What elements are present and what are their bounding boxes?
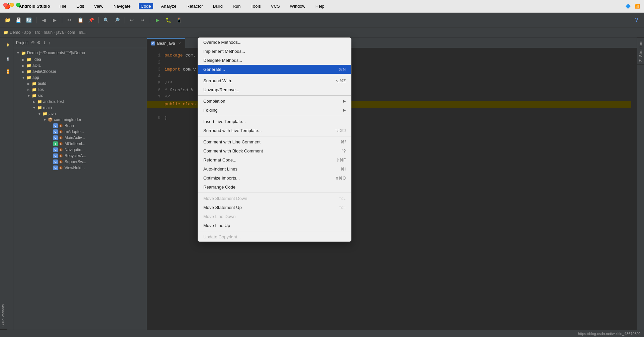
tree-root[interactable]: ▼ 📁 Demo (~/Documents/工作/Demo [13, 49, 147, 57]
close-button[interactable] [3, 3, 8, 7]
minimize-button[interactable] [10, 3, 14, 7]
menu-refactor[interactable]: Refactor [185, 3, 205, 9]
menu-help[interactable]: Help [313, 3, 326, 9]
tree-label-mainactiv: MainActiv... [65, 135, 85, 140]
structure-panel-tab[interactable]: Z: Structure [637, 37, 644, 65]
menu-item-label: Unwrap/Remove... [203, 87, 239, 92]
tree-item-suppersw[interactable]: C b SupperSw... [13, 159, 147, 165]
menu-analyze[interactable]: Analyze [159, 3, 179, 9]
toolbar: 📁 💾 🔄 ◀ ▶ ✂ 📋 📌 🔍 🔎 ↩ ↪ ▶ 🐛 📱 ? [0, 13, 644, 27]
breadcrumb-java[interactable]: java [56, 30, 64, 35]
menu-vcs[interactable]: VCS [269, 3, 282, 9]
menu-view[interactable]: View [92, 3, 105, 9]
menu-implement-methods[interactable]: Implement Methods... [198, 47, 351, 56]
menu-move-line-up[interactable]: Move Line Up [198, 221, 351, 230]
breadcrumb-demo[interactable]: Demo [10, 30, 20, 35]
menu-surround-live-template[interactable]: Surround with Live Template... ⌥⌘J [198, 126, 351, 135]
menu-comment-line[interactable]: Comment with Line Comment ⌘/ [198, 137, 351, 146]
forward-btn[interactable]: ▶ [50, 15, 59, 25]
menu-move-statement-up[interactable]: Move Statement Up ⌥↑ [198, 203, 351, 212]
tree-item-madapte[interactable]: C b mAdapte... [13, 129, 147, 135]
project-collapse-icon[interactable]: ⤓ [43, 40, 46, 45]
debug-btn[interactable]: 🐛 [164, 15, 173, 25]
search-btn[interactable]: 🔍 [101, 15, 111, 25]
menu-run[interactable]: Run [231, 3, 243, 9]
menu-completion[interactable]: Completion ▶ [198, 97, 351, 106]
tree-item-libs[interactable]: ▷ 📁 libs [13, 87, 147, 93]
open-folder-btn[interactable]: 📁 [3, 15, 12, 25]
breadcrumb-src[interactable]: src [35, 30, 40, 35]
menu-delegate-methods[interactable]: Delegate Methods... [198, 56, 351, 65]
tree-item-recyclera[interactable]: C b RecyclerA... [13, 153, 147, 159]
run-btn[interactable]: ▶ [153, 15, 162, 25]
menu-auto-indent[interactable]: Auto-Indent Lines ⌘I [198, 164, 351, 174]
cut-btn[interactable]: ✂ [65, 15, 74, 25]
menu-tools[interactable]: Tools [249, 3, 263, 9]
menu-generate[interactable]: Generate... ⌘N [198, 65, 351, 74]
project-sort-icon[interactable]: ↕ [48, 40, 51, 45]
tree-item-viewhold[interactable]: C b ViewHold... [13, 165, 147, 171]
tree-item-afilechooser[interactable]: ▶ 📁 aFileChooser [13, 69, 147, 75]
menu-navigate[interactable]: Navigate [111, 3, 132, 9]
tree-label-build: build [38, 81, 46, 86]
tree-item-build[interactable]: ▶ 📁 build [13, 81, 147, 87]
tree-arrow-src: ▼ [27, 94, 31, 98]
tree-item-moniteml[interactable]: I b MOnIteml... [13, 141, 147, 147]
tree-arrow-root: ▼ [16, 51, 20, 55]
breadcrumb-com[interactable]: com [68, 30, 75, 35]
menu-edit[interactable]: Edit [75, 3, 86, 9]
project-panel-header: Project ⊕ ⚙ ⤓ ↕ [13, 37, 147, 48]
tree-item-bean[interactable]: C b Bean [13, 123, 147, 129]
replace-btn[interactable]: 🔎 [112, 15, 121, 25]
breadcrumb-mi[interactable]: mi... [79, 30, 87, 35]
menu-build[interactable]: Build [211, 3, 225, 9]
paste-btn[interactable]: 📌 [86, 15, 96, 25]
project-settings-icon[interactable]: ⚙ [37, 40, 41, 45]
tree-label-viewhold: ViewHold... [65, 165, 85, 170]
maximize-button[interactable] [16, 3, 20, 7]
menu-override-methods[interactable]: Override Methods... [198, 38, 351, 47]
undo-btn[interactable]: ↩ [127, 15, 136, 25]
copy-btn[interactable]: 📋 [76, 15, 85, 25]
tree-item-package[interactable]: ▼ 📦 com.mingle.der [13, 117, 147, 123]
menu-reformat-code[interactable]: Reformat Code... ⇧⌘F [198, 155, 351, 164]
menu-comment-block[interactable]: Comment with Block Comment ^? [198, 146, 351, 155]
breadcrumb-main[interactable]: main [44, 30, 52, 35]
back-btn[interactable]: ◀ [39, 15, 48, 25]
menu-item-label: Delegate Methods... [203, 58, 242, 63]
sync-btn[interactable]: 🔄 [24, 15, 33, 25]
menu-folding[interactable]: Folding ▶ [198, 106, 351, 115]
menu-item-label: Comment with Line Comment [203, 139, 260, 144]
menu-unwrap-remove[interactable]: Unwrap/Remove... [198, 85, 351, 94]
folder-icon-root: 📁 [21, 51, 26, 55]
menu-shortcut: ^? [342, 149, 346, 153]
wifi-icon[interactable]: 📶 [635, 4, 640, 9]
menu-code[interactable]: Code [139, 3, 153, 9]
menu-file[interactable]: File [58, 3, 69, 9]
tab-close-icon[interactable]: ✕ [178, 41, 181, 45]
toolbar-separator-1 [36, 17, 36, 23]
save-btn[interactable]: 💾 [13, 15, 23, 25]
help-btn[interactable]: ? [632, 15, 641, 25]
redo-btn[interactable]: ↪ [138, 15, 147, 25]
tree-item-app[interactable]: ▼ 📁 app [13, 75, 147, 81]
tree-item-java[interactable]: ▼ 📁 java [13, 111, 147, 117]
menu-rearrange-code[interactable]: Rearrange Code [198, 183, 351, 192]
build-variants-tab[interactable]: Build Variants [0, 302, 7, 330]
tree-item-androidtest[interactable]: ▶ 📁 androidTest [13, 99, 147, 105]
project-add-icon[interactable]: ⊕ [31, 40, 35, 45]
menu-insert-live-template[interactable]: Insert Live Template... [198, 117, 351, 126]
tab-bean-java[interactable]: C Bean.java ✕ [147, 38, 185, 48]
menu-optimize-imports[interactable]: Optimize Imports... ⇧⌘O [198, 174, 351, 183]
bluetooth-icon[interactable]: 🔷 [625, 4, 631, 9]
tree-item-mainactiv[interactable]: C b MainActiv... [13, 135, 147, 141]
tree-item-idea[interactable]: ▶ 📁 .idea [13, 57, 147, 63]
tree-item-src[interactable]: ▼ 📁 src [13, 93, 147, 99]
tree-item-main[interactable]: ▼ 📁 main [13, 105, 147, 111]
menu-surround-with[interactable]: Surround With... ⌥⌘Z [198, 76, 351, 85]
tree-item-navigatio[interactable]: C b Navigatio... [13, 147, 147, 153]
device-btn[interactable]: 📱 [174, 15, 184, 25]
breadcrumb-app[interactable]: app [24, 30, 31, 35]
tree-item-adil[interactable]: ▶ 📁 aDIL [13, 63, 147, 69]
menu-window[interactable]: Window [288, 3, 307, 9]
